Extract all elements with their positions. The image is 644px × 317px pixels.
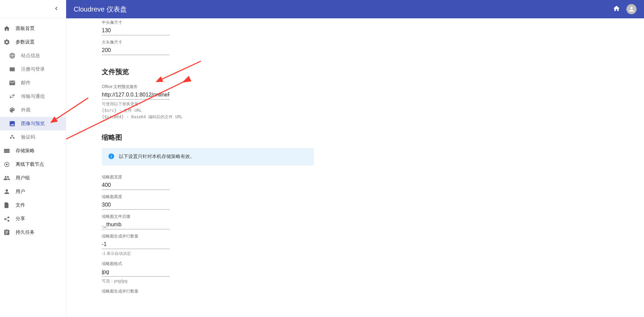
sidebar-item-auth[interactable]: 注册与登录 xyxy=(0,63,66,76)
file-icon xyxy=(3,202,16,209)
share-icon xyxy=(3,215,16,222)
sidebar-item-captcha[interactable]: 验证码 xyxy=(0,130,66,144)
svg-point-5 xyxy=(6,164,8,165)
field-label: Office 文档预览服务 xyxy=(102,84,314,90)
image-icon xyxy=(9,120,21,127)
office-preview-input[interactable] xyxy=(102,90,170,100)
field-thumb-format: 缩略图格式 可选：png/jpg xyxy=(102,260,314,284)
sidebar-item-label: 外观 xyxy=(21,107,66,113)
field-help: -1 表示自动决定 xyxy=(102,250,314,257)
sidebar-collapse[interactable] xyxy=(0,0,66,18)
field-thumb-height: 缩略图高度 xyxy=(102,193,314,210)
nav-list: 面板首页 参数设置 站点信息 注册与登录 邮件 ⟨··⟩ 传输与通信 xyxy=(0,18,66,239)
home-icon xyxy=(3,25,16,32)
user-icon xyxy=(3,188,16,195)
thumb-height-input[interactable] xyxy=(102,200,170,210)
content: 中头像尺寸 大头像尺寸 文件预览 Office 文档预览服务 可使用以下替换变量… xyxy=(66,18,644,317)
group-icon xyxy=(3,175,16,181)
sidebar-item-dashboard[interactable]: 面板首页 xyxy=(0,22,66,35)
field-label: 缩略图格式 xyxy=(102,261,314,267)
sidebar-item-site-info[interactable]: 站点信息 xyxy=(0,49,66,63)
sidebar-item-user[interactable]: 用户 xyxy=(0,185,66,198)
sidebar-item-label: 验证码 xyxy=(21,134,66,140)
field-thumb-concurrent: 缩略图生成并行数量 -1 表示自动决定 xyxy=(102,232,314,257)
section-title-thumb: 缩略图 xyxy=(102,133,314,142)
sidebar-item-label: 邮件 xyxy=(21,80,66,86)
id-card-icon xyxy=(9,66,21,73)
field-label: 缩略图生成并行数量 xyxy=(102,233,314,239)
field-label: 中头像尺寸 xyxy=(102,20,314,25)
field-avatar-medium: 中头像尺寸 xyxy=(102,18,314,35)
sidebar-item-usergroup[interactable]: 用户组 xyxy=(0,171,66,185)
sidebar-item-label: 离线下载节点 xyxy=(16,161,66,168)
svg-point-1 xyxy=(10,137,12,139)
avatar-large-input[interactable] xyxy=(102,46,170,55)
sidebar-item-label: 用户组 xyxy=(16,175,66,181)
field-label: 大头像尺寸 xyxy=(102,39,314,45)
sidebar-item-offline[interactable]: 离线下载节点 xyxy=(0,158,66,171)
section-title-preview: 文件预览 xyxy=(102,67,314,76)
field-thumb-width: 缩略图宽度 xyxy=(102,173,314,190)
field-label: 缩略图宽度 xyxy=(102,174,314,180)
sidebar-item-share[interactable]: 分享 xyxy=(0,212,66,226)
sidebar-item-label: 用户 xyxy=(16,189,66,195)
sidebar-item-mail[interactable]: 邮件 xyxy=(0,76,66,90)
captcha-icon xyxy=(9,134,21,141)
sidebar-item-storage[interactable]: 存储策略 xyxy=(0,144,66,158)
field-label: 缩略图生成并行数量 xyxy=(102,288,314,294)
field-office-preview: Office 文档预览服务 可使用以下替换变量： {$src} - 文件 URL… xyxy=(102,83,314,121)
page-title: Cloudreve 仪表盘 xyxy=(74,5,127,14)
thumb-width-input[interactable] xyxy=(102,181,170,190)
info-text: 以下设置只针对本机存储策略有效。 xyxy=(119,154,195,160)
svg-point-2 xyxy=(13,137,15,139)
info-icon xyxy=(108,153,119,161)
svg-point-3 xyxy=(12,135,13,137)
sidebar-item-label: 面板首页 xyxy=(16,25,66,32)
transfer-icon: ⟨··⟩ xyxy=(9,93,21,100)
globe-icon xyxy=(9,52,21,59)
sidebar-item-label: 存储策略 xyxy=(16,148,66,154)
appbar: Cloudreve 仪表盘 xyxy=(66,0,644,18)
sidebar-item-label: 分享 xyxy=(16,216,66,222)
chevron-left-icon xyxy=(53,5,60,13)
field-label: 缩略图文件后缀 xyxy=(102,214,314,219)
thumb-concurrent-input[interactable] xyxy=(102,240,170,249)
field-thumb-suffix: 缩略图文件后缀 xyxy=(102,212,314,229)
task-icon xyxy=(3,229,16,236)
sidebar-item-label: 图像与预览 xyxy=(21,121,66,127)
sidebar: 面板首页 参数设置 站点信息 注册与登录 邮件 ⟨··⟩ 传输与通信 xyxy=(0,0,66,317)
sidebar-item-label: 参数设置 xyxy=(16,39,66,45)
avatar-medium-input[interactable] xyxy=(102,26,170,35)
thumb-format-input[interactable] xyxy=(102,267,170,277)
gear-icon xyxy=(3,39,16,46)
sidebar-item-task[interactable]: 持久任务 xyxy=(0,226,66,239)
field-thumb-concurrent-2: 缩略图生成并行数量 xyxy=(102,287,314,294)
sidebar-item-label: 持久任务 xyxy=(16,229,66,235)
thumb-suffix-input[interactable] xyxy=(102,220,170,229)
sidebar-item-image-preview[interactable]: 图像与预览 xyxy=(0,117,66,130)
sidebar-item-transfer[interactable]: ⟨··⟩ 传输与通信 xyxy=(0,90,66,103)
sidebar-item-file[interactable]: 文件 xyxy=(0,198,66,212)
avatar[interactable] xyxy=(626,4,637,14)
sidebar-item-appearance[interactable]: 外观 xyxy=(0,103,66,117)
storage-icon xyxy=(3,147,16,154)
field-help: 可使用以下替换变量： {$src} - 文件 URL {$srcB64} - B… xyxy=(102,101,314,121)
mail-icon xyxy=(9,80,21,86)
sidebar-item-label: 传输与通信 xyxy=(21,93,66,100)
sidebar-item-label: 注册与登录 xyxy=(21,66,66,72)
home-icon[interactable] xyxy=(613,5,620,14)
sidebar-item-label: 文件 xyxy=(16,202,66,208)
field-help: 可选：png/jpg xyxy=(102,278,314,284)
info-box: 以下设置只针对本机存储策略有效。 xyxy=(102,148,314,165)
sidebar-item-label: 站点信息 xyxy=(21,53,66,59)
sidebar-item-settings[interactable]: 参数设置 xyxy=(0,35,66,49)
svg-text:⟨··⟩: ⟨··⟩ xyxy=(10,94,14,98)
field-avatar-large: 大头像尺寸 xyxy=(102,38,314,55)
palette-icon xyxy=(9,107,21,113)
offline-icon xyxy=(3,161,16,168)
field-label: 缩略图高度 xyxy=(102,194,314,200)
